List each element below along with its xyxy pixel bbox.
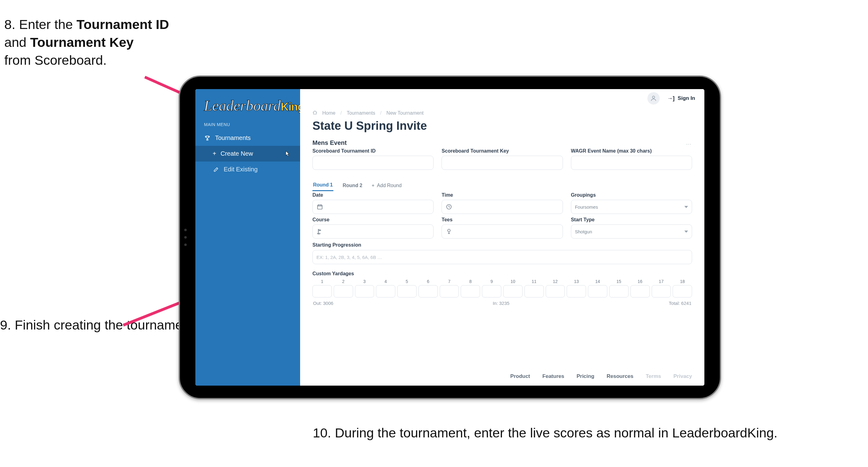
yardage-input[interactable] [397, 285, 416, 297]
sidebar-item-tournaments[interactable]: Tournaments [195, 130, 300, 146]
form-row-ids: Scoreboard Tournament ID Scoreboard Tour… [300, 148, 704, 173]
yardage-input[interactable] [334, 285, 353, 297]
t: from Scoreboard. [4, 53, 106, 67]
top-bar: →] Sign In [300, 89, 704, 108]
yardage-input[interactable] [312, 285, 332, 297]
course-input[interactable] [312, 225, 434, 239]
hole-number: 9 [491, 279, 493, 284]
footer-terms[interactable]: Terms [646, 373, 661, 379]
yardage-hole: 13 [567, 279, 586, 297]
starting-progression-input[interactable]: EX: 1, 2A, 2B, 3, 4, 5, 6A, 6B … [312, 250, 692, 264]
sidebar-item-create-new[interactable]: + Create New [195, 146, 300, 162]
yardage-input[interactable] [376, 285, 395, 297]
plus-icon: + [372, 183, 374, 188]
yardage-hole: 16 [630, 279, 650, 297]
start-type-select[interactable]: Shotgun [571, 225, 692, 239]
svg-point-5 [318, 233, 320, 234]
yardage-input[interactable] [567, 285, 586, 297]
yardage-hole: 9 [482, 279, 501, 297]
hole-number: 13 [574, 279, 579, 284]
avatar[interactable] [647, 92, 660, 105]
field-start-type: Start Type Shotgun [571, 217, 692, 239]
yardage-hole: 1 [312, 279, 332, 297]
field-time: Time [441, 192, 563, 214]
yardage-hole: 3 [355, 279, 374, 297]
footer-privacy[interactable]: Privacy [674, 373, 692, 379]
label: Start Type [571, 217, 692, 223]
crumb-home[interactable]: Home [322, 110, 336, 116]
yardage-input[interactable] [503, 285, 523, 297]
sign-in-button[interactable]: →] Sign In [667, 95, 695, 102]
sidebar-item-edit-existing[interactable]: Edit Existing [195, 162, 300, 177]
hole-number: 12 [553, 279, 558, 284]
crumb-tournaments[interactable]: Tournaments [347, 110, 375, 116]
tablet-side-buttons [184, 229, 187, 246]
kebab-icon[interactable]: … [686, 140, 692, 146]
footer-links: Product Features Pricing Resources Terms… [300, 367, 704, 386]
tees-input[interactable] [441, 225, 563, 239]
trophy-icon [204, 135, 211, 142]
yardage-hole: 11 [524, 279, 544, 297]
footer-pricing[interactable]: Pricing [577, 373, 594, 379]
yardage-input[interactable] [588, 285, 607, 297]
groupings-select[interactable]: Foursomes [571, 200, 692, 214]
section-title: Mens Event [312, 139, 347, 146]
t: and [4, 35, 30, 50]
app-logo: LeaderboardKing [195, 89, 300, 120]
yardage-hole: 15 [609, 279, 628, 297]
hole-number: 16 [638, 279, 643, 284]
field-groupings: Groupings Foursomes [571, 192, 692, 214]
label: Scoreboard Tournament ID [312, 148, 434, 154]
yardage-input[interactable] [609, 285, 628, 297]
instruction-page: 8. Enter the Tournament ID and Tournamen… [0, 0, 868, 467]
footer-product[interactable]: Product [510, 373, 530, 379]
label: Date [312, 192, 434, 198]
scoreboard-key-input[interactable] [441, 156, 563, 170]
yardage-input[interactable] [524, 285, 544, 297]
yardage-input[interactable] [630, 285, 650, 297]
field-course: Course [312, 217, 434, 239]
form-row-datetime: Date Time [300, 192, 704, 217]
yardage-input[interactable] [546, 285, 565, 297]
yardage-hole: 7 [440, 279, 459, 297]
label: Time [441, 192, 563, 198]
yardage-input[interactable] [461, 285, 480, 297]
in-total: In: 3235 [493, 300, 509, 306]
yardage-input[interactable] [355, 285, 374, 297]
tee-icon [445, 228, 452, 235]
sidebar-item-label: Create New [221, 150, 253, 157]
time-input[interactable] [441, 200, 563, 214]
wagr-name-input[interactable] [571, 156, 692, 170]
label: Scoreboard Tournament Key [441, 148, 563, 154]
yardage-input[interactable] [652, 285, 671, 297]
tab-round-2[interactable]: Round 2 [342, 180, 363, 191]
clock-icon [445, 203, 452, 210]
yardage-hole: 2 [334, 279, 353, 297]
scoreboard-id-input[interactable] [312, 156, 434, 170]
yardage-hole: 4 [376, 279, 395, 297]
crumb-sep: / [340, 110, 342, 116]
date-input[interactable] [312, 200, 434, 214]
logo-word-1: Leaderboard [204, 97, 281, 114]
add-round-button[interactable]: + Add Round [372, 183, 402, 188]
field-starting-progression: Starting Progression EX: 1, 2A, 2B, 3, 4… [300, 242, 704, 267]
yardage-input[interactable] [440, 285, 459, 297]
label: Groupings [571, 192, 692, 198]
yardage-input[interactable] [482, 285, 501, 297]
hole-number: 1 [321, 279, 323, 284]
hole-number: 2 [342, 279, 344, 284]
yardage-input[interactable] [673, 285, 692, 297]
login-icon: →] [667, 95, 675, 102]
calendar-icon [316, 203, 323, 210]
t: Tournament Key [30, 35, 134, 50]
footer-resources[interactable]: Resources [607, 373, 633, 379]
yardage-hole: 14 [588, 279, 607, 297]
yardage-input[interactable] [418, 285, 438, 297]
custom-yardages: Custom Yardages 123456789101112131415161… [300, 267, 704, 306]
svg-point-6 [448, 229, 450, 232]
yardage-hole: 6 [418, 279, 438, 297]
breadcrumb: Home / Tournaments / New Tournament [300, 108, 704, 116]
hole-number: 18 [680, 279, 685, 284]
tab-round-1[interactable]: Round 1 [312, 180, 333, 191]
footer-features[interactable]: Features [542, 373, 564, 379]
